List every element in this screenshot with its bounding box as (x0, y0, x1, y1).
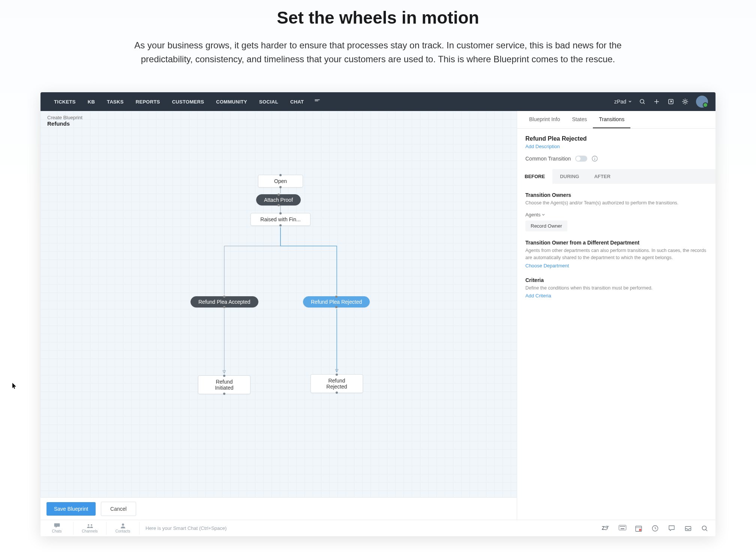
inbox-icon[interactable] (685, 525, 692, 532)
chevron-down-icon (628, 100, 632, 103)
nav-community[interactable]: COMMUNITY (210, 99, 253, 105)
brand-label: zPad (614, 99, 626, 105)
common-transition-label: Common Transition (525, 156, 571, 162)
node-raised-finance[interactable]: Raised with Fin... (250, 213, 310, 226)
agents-label: Agents (525, 212, 540, 218)
svg-rect-11 (619, 525, 626, 530)
hero-subtitle: As your business grows, it gets harder t… (134, 38, 622, 66)
svg-point-19 (639, 529, 641, 531)
choose-department-link[interactable]: Choose Department (525, 263, 569, 268)
gear-icon[interactable] (682, 98, 688, 105)
phase-before[interactable]: BEFORE (517, 169, 552, 184)
bottom-channels[interactable]: Channels (74, 522, 106, 535)
svg-point-22 (702, 526, 706, 530)
node-plea-accepted[interactable]: Refund Plea Accepted (190, 296, 258, 308)
tab-blueprint-info[interactable]: Blueprint Info (523, 111, 566, 128)
node-attach-proof[interactable]: Attach Proof (256, 194, 301, 206)
add-description-link[interactable]: Add Description (525, 144, 560, 149)
app-frame: TICKETS KB TASKS REPORTS CUSTOMERS COMMU… (40, 92, 716, 536)
node-plea-rejected[interactable]: Refund Plea Rejected (303, 296, 370, 308)
top-nav: TICKETS KB TASKS REPORTS CUSTOMERS COMMU… (40, 92, 716, 111)
avatar[interactable] (696, 96, 708, 108)
node-refund-rejected[interactable]: Refund Rejected (310, 374, 363, 393)
nav-chat[interactable]: CHAT (284, 99, 310, 105)
svg-rect-16 (624, 526, 625, 527)
phase-after[interactable]: AFTER (586, 169, 618, 184)
clock-icon[interactable] (652, 525, 658, 532)
bottom-chats[interactable]: Chats (40, 522, 74, 535)
svg-point-9 (91, 524, 92, 526)
node-refund-initiated[interactable]: Refund Initiated (198, 375, 250, 394)
svg-rect-14 (622, 526, 623, 527)
owners-desc: Choose the Agent(s) and/or Team(s) autho… (525, 200, 707, 207)
svg-point-2 (684, 100, 686, 103)
agents-dropdown[interactable]: Agents (525, 212, 707, 218)
svg-point-10 (122, 524, 124, 526)
owners-title: Transition Owners (525, 192, 707, 198)
owner-chip[interactable]: Record Owner (525, 220, 567, 231)
cancel-button[interactable]: Cancel (101, 502, 136, 516)
chat-bubble-icon[interactable] (668, 525, 675, 532)
svg-point-8 (88, 524, 89, 526)
hero: Set the wheels in motion As your busines… (0, 0, 756, 81)
svg-rect-13 (621, 526, 622, 527)
transition-name: Refund Plea Rejected (525, 135, 707, 142)
chevron-down-icon (542, 213, 545, 216)
bottom-contacts[interactable]: Contacts (106, 522, 140, 535)
tab-transitions[interactable]: Transitions (593, 111, 630, 128)
svg-rect-15 (623, 526, 624, 527)
diff-dept-desc: Agents from other departments can also p… (525, 247, 707, 261)
common-transition-toggle[interactable] (575, 156, 587, 162)
phase-during[interactable]: DURING (552, 169, 586, 184)
keyboard-icon[interactable] (619, 525, 626, 532)
info-icon[interactable] (592, 156, 598, 162)
blueprint-canvas[interactable]: Create Blueprint Refunds Open Attach Pro… (40, 111, 517, 520)
node-open[interactable]: Open (258, 175, 303, 188)
svg-rect-17 (621, 528, 624, 529)
smartchat-hint[interactable]: Here is your Smart Chat (Ctrl+Space) (140, 525, 602, 531)
zia-icon[interactable]: Zℱ (602, 525, 609, 532)
nav-more-icon[interactable] (310, 98, 325, 105)
calendar-icon[interactable] (635, 525, 642, 532)
svg-point-0 (640, 99, 644, 103)
nav-kb[interactable]: KB (82, 99, 101, 105)
external-icon[interactable] (668, 98, 674, 105)
save-button[interactable]: Save Blueprint (46, 502, 96, 516)
plus-icon[interactable] (653, 98, 660, 105)
nav-reports[interactable]: REPORTS (130, 99, 166, 105)
criteria-desc: Define the conditions when this transiti… (525, 285, 707, 292)
nav-social[interactable]: SOCIAL (253, 99, 284, 105)
search-icon[interactable] (639, 98, 646, 105)
add-criteria-link[interactable]: Add Criteria (525, 293, 551, 298)
diff-dept-title: Transition Owner from a Different Depart… (525, 240, 707, 246)
side-panel: Blueprint Info States Transitions Refund… (517, 111, 716, 520)
canvas-subtitle: Create Blueprint (47, 115, 82, 120)
svg-rect-12 (620, 526, 621, 527)
search-icon-bottom[interactable] (701, 525, 708, 532)
criteria-title: Criteria (525, 277, 707, 283)
bottom-bar: Chats Channels Contacts Here is your Sma… (40, 520, 716, 536)
canvas-title: Refunds (47, 120, 82, 127)
hero-title: Set the wheels in motion (0, 8, 756, 28)
brand-dropdown[interactable]: zPad (614, 99, 632, 105)
nav-tasks[interactable]: TASKS (101, 99, 130, 105)
nav-tickets[interactable]: TICKETS (48, 99, 82, 105)
tab-states[interactable]: States (566, 111, 593, 128)
nav-customers[interactable]: CUSTOMERS (166, 99, 210, 105)
flow-connectors (40, 111, 517, 520)
